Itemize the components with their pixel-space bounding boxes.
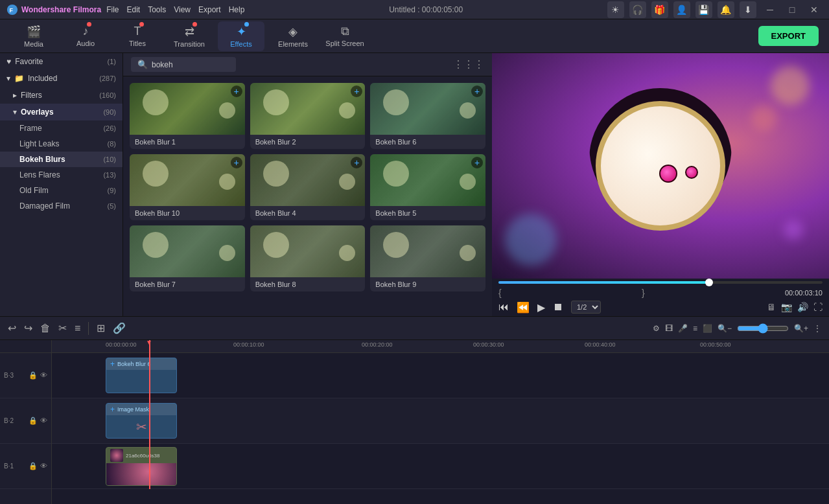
- lock-icon-1[interactable]: 🔒: [29, 462, 38, 470]
- effect-name-bokeh10: Bokeh Blur 10: [130, 206, 245, 220]
- ruler[interactable]: 00:00:00:00 00:00:10:00 00:00:20:00 00:0…: [52, 340, 829, 353]
- eye-icon-3[interactable]: 👁: [40, 371, 47, 380]
- maximize-button[interactable]: □: [784, 1, 800, 18]
- settings-icon[interactable]: ⚙: [653, 324, 660, 333]
- eye-icon-2[interactable]: 👁: [40, 417, 47, 425]
- tool-effects[interactable]: ✦ Effects: [218, 21, 264, 51]
- effect-card-bokeh8[interactable]: Bokeh Blur 8: [250, 225, 366, 292]
- lock-icon-3[interactable]: 🔒: [29, 371, 38, 380]
- step-back-button[interactable]: ⏪: [517, 301, 530, 314]
- timeline-settings-icon[interactable]: ⋮: [813, 324, 821, 333]
- menu-help[interactable]: Help: [229, 5, 245, 14]
- menu-edit[interactable]: Edit: [126, 5, 140, 14]
- search-box[interactable]: 🔍: [131, 57, 236, 72]
- panel-item-frame[interactable]: Frame (26): [0, 120, 123, 136]
- mic-icon[interactable]: 🎤: [678, 324, 688, 333]
- bokeh-dots: [130, 83, 245, 135]
- list-icon[interactable]: ≡: [693, 324, 697, 333]
- track-headers: B·3 🔒 👁 B·2 🔒 👁 B·1 🔒 👁: [0, 340, 52, 504]
- bracket-right[interactable]: }: [642, 288, 645, 298]
- user-icon[interactable]: 👤: [673, 1, 690, 18]
- eye-icon-1[interactable]: 👁: [40, 462, 47, 470]
- sun-icon[interactable]: ☀: [607, 1, 624, 18]
- bracket-left[interactable]: {: [498, 288, 502, 298]
- add-effect-icon[interactable]: +: [471, 157, 483, 168]
- clip-image-mask[interactable]: + Image Mask ✂: [106, 403, 177, 439]
- notification-icon[interactable]: 🔔: [718, 1, 734, 18]
- menu-file[interactable]: File: [106, 5, 119, 14]
- zoom-in-icon[interactable]: 🔍+: [794, 324, 808, 333]
- panel-item-lens-flares[interactable]: Lens Flares (13): [0, 167, 123, 183]
- delete-button[interactable]: 🗑: [40, 323, 51, 334]
- effect-card-bokeh7[interactable]: Bokeh Blur 7: [130, 225, 245, 292]
- clip-plus-icon: +: [110, 360, 115, 369]
- effect-card-bokeh5[interactable]: + Bokeh Blur 5: [370, 154, 485, 220]
- tool-split-screen[interactable]: ⧉ Split Screen: [321, 21, 368, 51]
- audio-button[interactable]: ≡: [75, 323, 80, 334]
- tool-elements[interactable]: ◈ Elements: [270, 21, 316, 51]
- filters-section[interactable]: ▸ Filters (160): [0, 87, 123, 104]
- grid-options-icon[interactable]: ⋮⋮⋮: [453, 58, 484, 71]
- fullscreen-icon[interactable]: ⛶: [813, 302, 823, 312]
- track-header-2: B·2 🔒 👁: [0, 398, 51, 444]
- track-selector[interactable]: 1/2: [571, 301, 601, 314]
- progress-bar[interactable]: [498, 281, 823, 284]
- ruler-spacer: [0, 340, 51, 353]
- effect-card-bokeh2[interactable]: + Bokeh Blur 2: [250, 83, 366, 149]
- redo-button[interactable]: ↪: [24, 322, 32, 334]
- play-button[interactable]: ▶: [537, 301, 545, 314]
- menu-tools[interactable]: Tools: [148, 5, 166, 14]
- close-button[interactable]: ✕: [806, 1, 823, 18]
- menu-export[interactable]: Export: [198, 5, 221, 14]
- add-track-button[interactable]: ⊞: [97, 322, 105, 334]
- effects-dot: [244, 22, 249, 27]
- bokeh-blurs-label: Bokeh Blurs: [19, 155, 65, 164]
- save-icon[interactable]: 💾: [695, 1, 712, 18]
- effect-card-bokeh4[interactable]: + Bokeh Blur 4: [250, 154, 366, 220]
- monitor-icon[interactable]: 🖥: [767, 302, 776, 312]
- clip-bokeh-blur-6[interactable]: + Bokeh Blur 6: [106, 358, 177, 393]
- toolbar-separator: [88, 322, 89, 335]
- effect-card-bokeh10[interactable]: + Bokeh Blur 10: [130, 154, 245, 220]
- zoom-slider[interactable]: [737, 323, 789, 334]
- tool-audio[interactable]: ♪ Audio: [62, 21, 109, 51]
- bokeh-dots: [370, 83, 485, 135]
- included-label: ▾ 📁 Included: [6, 74, 57, 83]
- add-effect-icon[interactable]: +: [471, 86, 483, 97]
- effect-card-bokeh6[interactable]: + Bokeh Blur 6: [370, 83, 485, 149]
- zoom-out-icon[interactable]: 🔍−: [718, 324, 732, 333]
- gift-icon[interactable]: 🎁: [651, 1, 668, 18]
- effect-card-bokeh1[interactable]: + Bokeh Blur 1: [130, 83, 245, 149]
- lock-icon-2[interactable]: 🔒: [29, 417, 38, 425]
- headphone-icon[interactable]: 🎧: [629, 1, 646, 18]
- tool-transition[interactable]: ⇄ Transition: [166, 21, 213, 51]
- tool-titles[interactable]: T Titles: [114, 21, 161, 51]
- effect-thumb-bokeh1: +: [130, 83, 245, 135]
- stop-button[interactable]: ⏹: [553, 301, 563, 313]
- panel-item-bokeh-blurs[interactable]: Bokeh Blurs (10): [0, 152, 123, 167]
- cut-button[interactable]: ✂: [58, 322, 67, 334]
- overlays-section[interactable]: ▾ Overlays (90): [0, 104, 123, 120]
- favorite-section[interactable]: ♥ Favorite (1): [0, 53, 123, 70]
- panel-item-damaged-film[interactable]: Damaged Film (5): [0, 198, 123, 214]
- overlay-icon[interactable]: ⬛: [703, 324, 712, 333]
- included-section[interactable]: ▾ 📁 Included (287): [0, 70, 123, 87]
- skip-back-button[interactable]: ⏮: [498, 301, 509, 313]
- clip-video-1[interactable]: 21a6c60u6s38: [106, 447, 177, 486]
- panel-item-light-leaks[interactable]: Light Leaks (8): [0, 136, 123, 152]
- add-effect-icon[interactable]: +: [231, 157, 242, 168]
- tool-media[interactable]: 🎬 Media: [10, 21, 57, 51]
- camera-icon[interactable]: 📷: [781, 302, 792, 312]
- clip-icon[interactable]: 🎞: [665, 324, 673, 333]
- search-input[interactable]: [152, 60, 229, 69]
- menu-view[interactable]: View: [174, 5, 191, 14]
- undo-button[interactable]: ↩: [8, 322, 16, 334]
- link-button[interactable]: 🔗: [113, 322, 126, 334]
- export-button[interactable]: EXPORT: [758, 26, 819, 46]
- volume-icon[interactable]: 🔊: [797, 302, 808, 312]
- download-icon[interactable]: ⬇: [740, 1, 756, 18]
- panel-item-old-film[interactable]: Old Film (9): [0, 183, 123, 198]
- minimize-button[interactable]: ─: [762, 1, 778, 18]
- effect-card-bokeh9[interactable]: Bokeh Blur 9: [370, 225, 485, 292]
- add-effect-icon[interactable]: +: [231, 86, 242, 97]
